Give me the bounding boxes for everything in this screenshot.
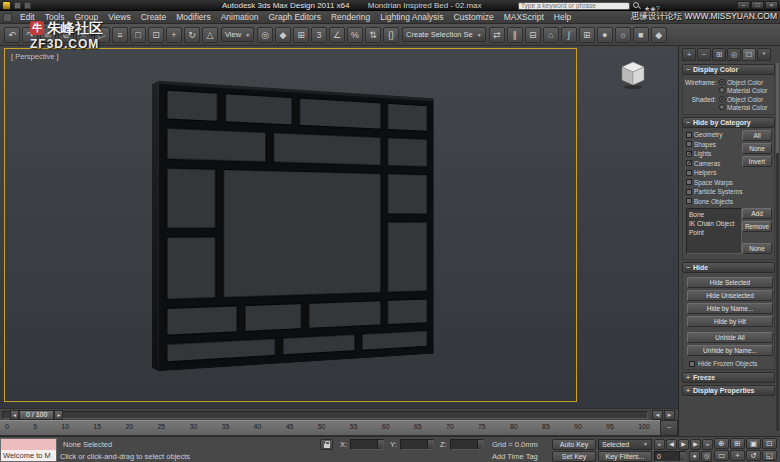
- mini-curve-editor-button[interactable]: ~: [660, 420, 678, 436]
- menu-item[interactable]: Modifiers: [171, 12, 215, 22]
- previous-frame-arrow[interactable]: ◄: [10, 410, 19, 420]
- menu-item[interactable]: Views: [103, 12, 136, 22]
- modify-tab[interactable]: ~: [697, 48, 711, 61]
- go-to-start-button[interactable]: «: [654, 439, 665, 450]
- close-button[interactable]: ×: [765, 1, 778, 9]
- menu-item[interactable]: Tools: [40, 12, 70, 22]
- hierarchy-tab[interactable]: ⊞: [712, 48, 726, 61]
- viewport-area[interactable]: [ Perspective ]: [0, 46, 678, 408]
- panel-scrollbar[interactable]: [776, 63, 779, 431]
- track-bar[interactable]: 0510152025303540455055606570758085909510…: [0, 420, 660, 436]
- current-frame-field[interactable]: 0: [654, 451, 686, 462]
- next-frame-arrow[interactable]: ►: [54, 410, 63, 420]
- use-pivot-center-icon[interactable]: ◎: [257, 27, 273, 43]
- none-button[interactable]: None: [742, 243, 772, 254]
- material-editor-icon[interactable]: ●: [597, 27, 613, 43]
- hide-button[interactable]: Hide Unselected: [687, 290, 773, 301]
- select-and-scale-icon[interactable]: △: [202, 27, 218, 43]
- category-checkbox[interactable]: Particle Systems: [686, 187, 742, 197]
- percent-snap-icon[interactable]: %: [347, 27, 363, 43]
- hide-button[interactable]: Unhide by Name...: [687, 345, 773, 356]
- select-and-link-icon[interactable]: ∞: [40, 27, 56, 43]
- menu-item[interactable]: Animation: [216, 12, 264, 22]
- radio-option[interactable]: Object Color: [719, 95, 767, 103]
- spinner-snap-icon[interactable]: ⇅: [365, 27, 381, 43]
- zoom-extents-all-icon[interactable]: ⊡: [762, 438, 777, 449]
- zoom-all-icon[interactable]: ⊞: [730, 438, 745, 449]
- menu-item[interactable]: Edit: [15, 12, 40, 22]
- menu-item[interactable]: Rendering: [326, 12, 375, 22]
- rollout-header[interactable]: −Hide: [682, 262, 775, 273]
- zoom-icon[interactable]: ⊕: [714, 438, 729, 449]
- select-object-icon[interactable]: ▷: [94, 27, 110, 43]
- spinner-icon[interactable]: [679, 452, 685, 461]
- list-item[interactable]: IK Chain Object: [688, 219, 740, 228]
- category-checkbox[interactable]: Helpers: [686, 168, 742, 178]
- auto-key-button[interactable]: Auto Key: [552, 439, 596, 450]
- search-input[interactable]: [518, 2, 630, 10]
- layer-manager-icon[interactable]: ⊟: [525, 27, 541, 43]
- go-to-end-button[interactable]: »: [702, 439, 713, 450]
- zoom-extents-icon[interactable]: ▣: [746, 438, 761, 449]
- hide-button[interactable]: Unhide All: [687, 332, 773, 343]
- menu-item[interactable]: Customize: [448, 12, 498, 22]
- hide-button[interactable]: Hide by Hit: [687, 316, 773, 327]
- time-slider-option-button[interactable]: ►: [664, 410, 675, 420]
- time-slider-handle[interactable]: ◄ 0 / 100 ►: [10, 410, 63, 420]
- menu-item[interactable]: MAXScript: [499, 12, 549, 22]
- hide-frozen-checkbox[interactable]: Hide Frozen Objects: [687, 360, 770, 367]
- reference-coordinate-dropdown[interactable]: View ▼: [221, 27, 254, 42]
- play-button[interactable]: ▶: [678, 439, 689, 450]
- rendered-frame-window-icon[interactable]: ■: [633, 27, 649, 43]
- snap-toggle-3d-icon[interactable]: 3: [311, 27, 327, 43]
- minimize-button[interactable]: –: [737, 1, 750, 9]
- maximize-viewport-icon[interactable]: ◱: [762, 450, 777, 461]
- list-item[interactable]: Point: [688, 228, 740, 237]
- list-item[interactable]: Bone: [688, 210, 740, 219]
- graphite-modeling-tools-icon[interactable]: ⌂: [543, 27, 559, 43]
- previous-frame-button[interactable]: ◀: [666, 439, 677, 450]
- edit-named-selection-sets-icon[interactable]: {}: [383, 27, 399, 43]
- y-coordinate-field[interactable]: [400, 439, 434, 450]
- zoom-region-icon[interactable]: ▭: [714, 450, 729, 461]
- add-time-tag[interactable]: Add Time Tag: [492, 452, 538, 461]
- key-mode-toggle-button[interactable]: ●: [689, 451, 700, 462]
- bind-to-space-warp-icon[interactable]: ≈: [76, 27, 92, 43]
- maximize-button[interactable]: □: [751, 1, 764, 9]
- category-checkbox[interactable]: Shapes: [686, 140, 742, 150]
- render-production-icon[interactable]: ◆: [651, 27, 667, 43]
- time-configuration-button[interactable]: ◷: [701, 451, 712, 462]
- key-selection-dropdown[interactable]: ▼ Selected: [598, 439, 652, 450]
- radio-option[interactable]: Material Color: [719, 103, 767, 111]
- angle-snap-icon[interactable]: ∠: [329, 27, 345, 43]
- viewcube[interactable]: [616, 58, 650, 90]
- menu-item[interactable]: Help: [549, 12, 576, 22]
- menu-item[interactable]: Create: [136, 12, 172, 22]
- render-setup-icon[interactable]: ☼: [615, 27, 631, 43]
- radio-option[interactable]: Material Color: [719, 86, 767, 94]
- x-coordinate-field[interactable]: [350, 439, 384, 450]
- rectangular-selection-region-icon[interactable]: □: [130, 27, 146, 43]
- spinner-icon[interactable]: [427, 440, 433, 449]
- mondrian-shelf-object[interactable]: [159, 81, 434, 372]
- set-key-button[interactable]: Set Key: [552, 451, 596, 462]
- category-checkbox[interactable]: Space Warps: [686, 178, 742, 188]
- category-action-button[interactable]: None: [742, 143, 772, 154]
- utilities-tab[interactable]: *: [757, 48, 771, 61]
- create-tab[interactable]: +: [682, 48, 696, 61]
- hide-button[interactable]: Hide by Name...: [687, 303, 773, 314]
- keyboard-override-icon[interactable]: ⊞: [293, 27, 309, 43]
- selection-lock-toggle[interactable]: [320, 439, 333, 450]
- add-button[interactable]: Add: [742, 208, 772, 219]
- orbit-icon[interactable]: ↺: [746, 450, 761, 461]
- motion-tab[interactable]: ◎: [727, 48, 741, 61]
- rollout-header[interactable]: −Display Color: [682, 64, 775, 75]
- next-frame-button[interactable]: ▶: [690, 439, 701, 450]
- quick-access-undo-icon[interactable]: [24, 2, 31, 9]
- category-checkbox[interactable]: Cameras: [686, 159, 742, 169]
- search-icon[interactable]: [633, 2, 641, 10]
- maxscript-mini-listener[interactable]: Welcome to M: [0, 438, 57, 462]
- category-action-button[interactable]: All: [742, 130, 772, 141]
- unlink-selection-icon[interactable]: ⊘: [58, 27, 74, 43]
- select-by-name-icon[interactable]: ≡: [112, 27, 128, 43]
